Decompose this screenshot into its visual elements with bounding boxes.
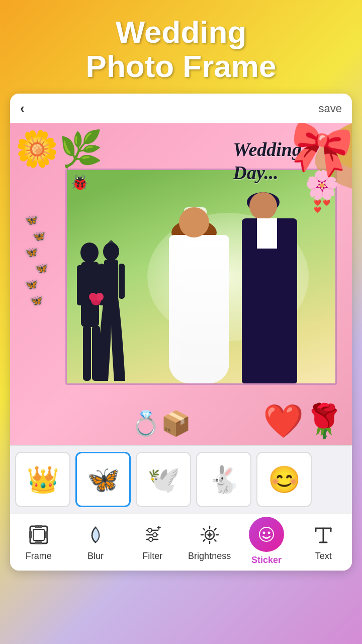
inner-photo-frame: ❤️ ❤️❤️❤️ ❤️❤️ <box>65 169 337 385</box>
svg-point-0 <box>80 243 99 263</box>
blur-label: Blur <box>87 551 104 561</box>
filter-icon-container <box>139 522 165 548</box>
tool-sticker[interactable]: Sticker <box>244 522 289 566</box>
svg-rect-17 <box>35 525 42 528</box>
filter-icon <box>142 524 163 545</box>
svg-rect-18 <box>35 541 42 544</box>
tool-blur[interactable]: Blur <box>73 522 118 561</box>
svg-line-35 <box>203 540 205 541</box>
frame-icon <box>28 524 49 545</box>
tool-filter[interactable]: Filter <box>130 522 175 561</box>
blur-icon <box>85 524 106 545</box>
svg-point-20 <box>148 528 152 532</box>
brightness-icon-container <box>197 522 223 548</box>
svg-point-37 <box>262 532 265 534</box>
svg-point-38 <box>267 532 270 534</box>
main-card: ‹ save 🌼🌿 Wedding Day... 🎀 🌸 🦋 🦋 🦋 🦋 <box>10 94 352 571</box>
save-button[interactable]: save <box>319 102 342 115</box>
brightness-label: Brightness <box>188 551 231 561</box>
svg-rect-15 <box>29 531 32 538</box>
svg-rect-14 <box>33 529 44 540</box>
bride-figure <box>169 192 305 383</box>
svg-rect-2 <box>77 265 84 305</box>
ribbon-decoration: 🎀 <box>285 123 352 179</box>
filter-label: Filter <box>142 551 162 561</box>
svg-point-24 <box>149 537 153 541</box>
text-icon-container <box>310 522 336 548</box>
flowers-decoration: 🌼🌿 <box>15 128 103 170</box>
svg-line-33 <box>214 540 216 541</box>
tool-text[interactable]: Text <box>301 522 346 561</box>
sticker-butterfly[interactable]: 🦋 <box>75 452 131 507</box>
blur-icon-container <box>82 522 109 548</box>
svg-line-34 <box>214 529 216 530</box>
sticker-icon-container <box>249 517 284 552</box>
sticker-label: Sticker <box>251 555 282 566</box>
svg-rect-9 <box>119 264 125 299</box>
bottom-toolbar: Frame Blur <box>10 513 352 571</box>
text-icon <box>313 524 334 545</box>
svg-rect-7 <box>104 260 118 300</box>
butterfly-cluster: 🦋 🦋 🦋 🦋 🦋 🦋 <box>25 214 48 310</box>
frame-label: Frame <box>26 551 52 561</box>
tool-brightness[interactable]: Brightness <box>187 522 232 561</box>
text-label: Text <box>315 551 332 561</box>
photo-frame-area[interactable]: 🌼🌿 Wedding Day... 🎀 🌸 🦋 🦋 🦋 🦋 🦋 🦋 <box>10 123 352 445</box>
wedding-rings: 💍📦 <box>131 410 191 438</box>
svg-rect-16 <box>45 531 48 538</box>
top-bar: ‹ save <box>10 94 352 123</box>
app-title: Wedding Photo Frame <box>10 15 352 84</box>
frame-icon-container <box>26 522 52 548</box>
couple-silhouette <box>67 237 132 383</box>
sticker-rabbit[interactable]: 🐇 <box>196 452 251 507</box>
svg-line-32 <box>203 529 205 530</box>
sticker-icon <box>257 525 276 544</box>
svg-point-22 <box>153 533 157 537</box>
back-button[interactable]: ‹ <box>20 101 25 116</box>
red-heart-flowers: ❤️🌹 <box>263 402 344 440</box>
svg-point-36 <box>259 527 274 541</box>
tool-frame[interactable]: Frame <box>16 522 61 561</box>
brightness-icon <box>199 524 220 545</box>
sticker-dove[interactable]: 🕊️ <box>136 452 191 507</box>
app-title-area: Wedding Photo Frame <box>0 0 362 94</box>
sticker-crown[interactable]: 👑 <box>15 452 70 507</box>
sticker-tray: 👑 🦋 🕊️ 🐇 😊 <box>10 445 352 513</box>
svg-point-12 <box>89 293 97 301</box>
sticker-smiley[interactable]: 😊 <box>256 452 312 507</box>
svg-rect-4 <box>83 326 91 381</box>
